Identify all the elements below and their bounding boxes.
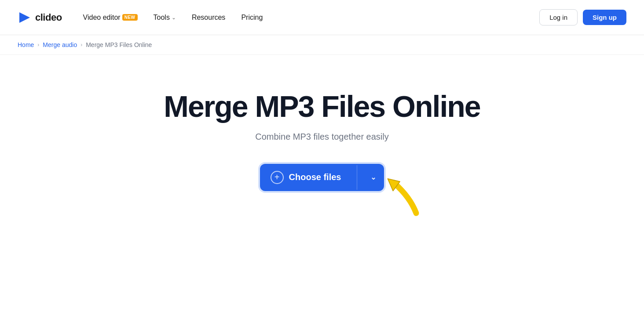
choose-files-container: + Choose files ⌄ xyxy=(260,164,384,191)
logo-icon xyxy=(18,11,32,25)
nav-item-video-editor[interactable]: Video editor NEW xyxy=(83,14,138,22)
breadcrumb-current: Merge MP3 Files Online xyxy=(86,41,152,48)
nav-item-resources[interactable]: Resources xyxy=(192,14,225,22)
choose-files-button[interactable]: + Choose files ⌄ xyxy=(260,164,384,191)
arrow-indicator xyxy=(380,173,432,217)
nav-label-video-editor: Video editor xyxy=(83,14,121,22)
button-divider xyxy=(357,165,357,190)
svg-marker-0 xyxy=(19,12,30,23)
new-badge: NEW xyxy=(122,14,138,21)
nav-label-pricing: Pricing xyxy=(241,14,263,22)
logo-text: clideo xyxy=(35,12,62,23)
plus-icon: + xyxy=(271,171,284,184)
page-subtitle: Combine MP3 files together easily xyxy=(255,132,388,142)
signup-button[interactable]: Sign up xyxy=(583,10,626,25)
logo[interactable]: clideo xyxy=(18,11,62,25)
breadcrumb-sep-1: › xyxy=(37,42,39,48)
nav-item-tools[interactable]: Tools ⌄ xyxy=(154,14,176,22)
choose-files-label: Choose files xyxy=(289,172,341,182)
nav-item-pricing[interactable]: Pricing xyxy=(241,14,263,22)
main-nav: Video editor NEW Tools ⌄ Resources Prici… xyxy=(83,14,540,22)
page-title: Merge MP3 Files Online xyxy=(164,90,480,123)
breadcrumb-home[interactable]: Home xyxy=(18,41,34,48)
chevron-down-icon: ⌄ xyxy=(172,14,176,21)
breadcrumb-sep-2: › xyxy=(80,42,82,48)
main-content: Merge MP3 Files Online Combine MP3 files… xyxy=(0,55,644,226)
yellow-arrow-icon xyxy=(380,173,432,225)
breadcrumb: Home › Merge audio › Merge MP3 Files Onl… xyxy=(0,35,644,55)
login-button[interactable]: Log in xyxy=(539,9,578,25)
header: clideo Video editor NEW Tools ⌄ Resource… xyxy=(0,0,644,35)
header-actions: Log in Sign up xyxy=(539,9,626,25)
nav-label-resources: Resources xyxy=(192,14,225,22)
choose-files-main: + Choose files xyxy=(260,164,352,191)
chevron-down-icon: ⌄ xyxy=(370,173,376,181)
nav-label-tools: Tools xyxy=(154,14,170,22)
breadcrumb-merge-audio[interactable]: Merge audio xyxy=(43,41,77,48)
